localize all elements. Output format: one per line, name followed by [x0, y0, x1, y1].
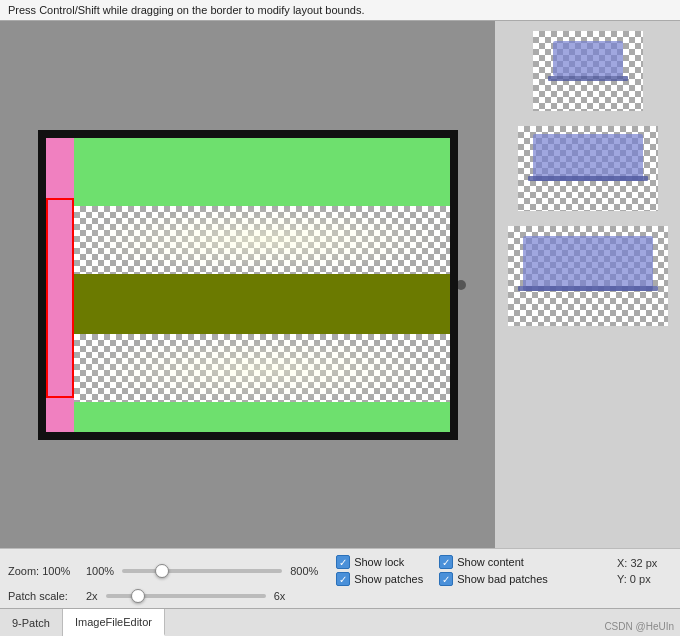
show-content-label: Show content: [457, 556, 524, 568]
bottom-controls: Zoom: 100% 100% 800% ✓ Show lock ✓ Show …: [0, 548, 680, 608]
patch-scale-row: Patch scale: 2x 6x: [8, 590, 672, 602]
checkboxes-left: ✓ Show lock ✓ Show patches: [336, 555, 423, 586]
top-green-stripe: [74, 138, 450, 206]
show-patches-row[interactable]: ✓ Show patches: [336, 572, 423, 586]
xy-area: X: 32 px Y: 0 px: [617, 557, 672, 585]
show-bad-patches-row[interactable]: ✓ Show bad patches: [439, 572, 548, 586]
bottom-green-stripe: [74, 402, 450, 432]
tab-image-file-editor-label: ImageFileEditor: [75, 616, 152, 628]
show-content-row[interactable]: ✓ Show content: [439, 555, 548, 569]
zoom-label: Zoom: 100%: [8, 565, 78, 577]
preview-line-3: [518, 286, 658, 291]
show-bad-patches-checkbox[interactable]: ✓: [439, 572, 453, 586]
show-content-checkbox[interactable]: ✓: [439, 555, 453, 569]
x-indicator: [456, 280, 466, 290]
tab-9-patch-label: 9-Patch: [12, 617, 50, 629]
preview-line-2: [528, 176, 648, 181]
x-coord: X: 32 px: [617, 557, 672, 569]
tab-image-file-editor[interactable]: ImageFileEditor: [63, 609, 165, 636]
preview-item-1: [533, 31, 643, 111]
preview-box-1: [533, 31, 643, 111]
olive-center-band: [74, 274, 450, 334]
canvas-area[interactable]: [0, 21, 495, 548]
show-lock-row[interactable]: ✓ Show lock: [336, 555, 423, 569]
zoom-slider-thumb[interactable]: [155, 564, 169, 578]
show-patches-label: Show patches: [354, 573, 423, 585]
zoom-slider-track[interactable]: [122, 569, 282, 573]
patch-scale-slider-track[interactable]: [106, 594, 266, 598]
patch-scale-slider-thumb[interactable]: [131, 589, 145, 603]
zoom-start-label: 100%: [86, 565, 114, 577]
preview-shape-1: [553, 41, 623, 76]
preview-box-2: [518, 126, 658, 211]
watermark: CSDN @HeUIn: [604, 621, 674, 632]
show-patches-checkbox[interactable]: ✓: [336, 572, 350, 586]
canvas-wrapper: [38, 130, 458, 440]
zoom-end-label: 800%: [290, 565, 320, 577]
preview-box-3: [508, 226, 668, 326]
patch-scale-label: Patch scale:: [8, 590, 78, 602]
gradient-overlay-bottom: [74, 334, 450, 404]
right-preview-panel: [495, 21, 680, 548]
checkboxes-right: ✓ Show content ✓ Show bad patches: [439, 555, 548, 586]
preview-item-3: [508, 226, 668, 326]
y-coord: Y: 0 px: [617, 573, 672, 585]
patch-scale-start: 2x: [86, 590, 98, 602]
show-lock-label: Show lock: [354, 556, 404, 568]
patch-scale-end: 6x: [274, 590, 304, 602]
pink-left-bar: [46, 138, 74, 432]
tab-9-patch[interactable]: 9-Patch: [0, 609, 63, 636]
preview-item-2: [518, 126, 658, 211]
main-area: [0, 21, 680, 548]
preview-shape-3: [523, 236, 653, 291]
instruction-text: Press Control/Shift while dragging on th…: [8, 4, 364, 16]
instruction-bar: Press Control/Shift while dragging on th…: [0, 0, 680, 21]
show-bad-patches-label: Show bad patches: [457, 573, 548, 585]
zoom-row: Zoom: 100% 100% 800% ✓ Show lock ✓ Show …: [8, 555, 672, 586]
gradient-overlay-middle: [74, 206, 450, 274]
preview-shape-2: [533, 134, 643, 181]
show-lock-checkbox[interactable]: ✓: [336, 555, 350, 569]
tab-bar: 9-Patch ImageFileEditor CSDN @HeUIn: [0, 608, 680, 636]
preview-line-1: [548, 76, 628, 81]
